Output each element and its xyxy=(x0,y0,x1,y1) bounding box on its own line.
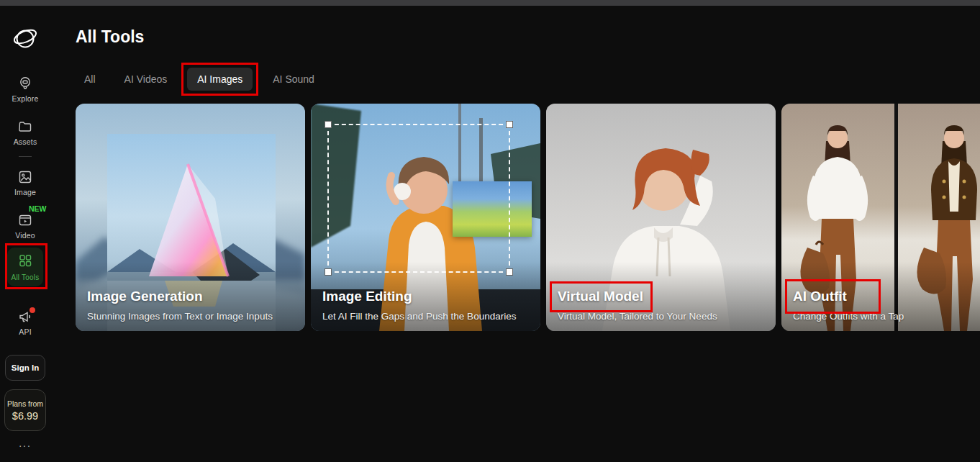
sidebar-item-label: Assets xyxy=(14,137,37,146)
card-caption: Image Generation Stunning Images from Te… xyxy=(87,289,296,322)
sidebar-item-explore[interactable]: Explore xyxy=(0,76,50,103)
plans-from-label: Plans from xyxy=(7,399,43,408)
new-badge: NEW xyxy=(29,204,47,213)
explore-icon xyxy=(18,76,32,91)
sign-in-button[interactable]: Sign In xyxy=(5,355,45,381)
card-title: Image Generation xyxy=(87,289,203,304)
tool-filter-tabs: All AI Videos AI Images AI Sound xyxy=(76,68,323,91)
plans-price: $6.99 xyxy=(12,410,38,422)
selection-marquee[interactable] xyxy=(327,124,510,273)
tab-ai-images[interactable]: AI Images xyxy=(187,68,253,91)
card-subtitle: Stunning Images from Text or Image Input… xyxy=(87,311,296,322)
megaphone-icon xyxy=(18,309,32,324)
sidebar-item-label: Video xyxy=(15,231,35,240)
video-icon xyxy=(18,213,32,227)
selection-handle[interactable] xyxy=(325,268,332,276)
sidebar-item-api[interactable]: API xyxy=(0,309,50,336)
sidebar-item-all-tools[interactable]: All Tools xyxy=(7,248,43,286)
window-top-bar xyxy=(0,0,980,6)
card-virtual-model[interactable]: Virtual Model Virtual Model, Tailored to… xyxy=(546,104,776,331)
tab-ai-videos[interactable]: AI Videos xyxy=(116,68,176,91)
sidebar: Explore Assets Image NEW xyxy=(0,6,50,462)
grid-icon xyxy=(18,253,32,271)
sidebar-item-video[interactable]: NEW Video xyxy=(0,213,50,240)
tab-ai-sound[interactable]: AI Sound xyxy=(264,68,323,91)
sidebar-divider xyxy=(19,156,32,157)
sidebar-item-label: Explore xyxy=(12,94,38,103)
plans-button[interactable]: Plans from $6.99 xyxy=(4,389,46,431)
sidebar-more-button[interactable]: ... xyxy=(0,438,50,449)
selection-handle[interactable] xyxy=(506,268,513,276)
card-image-generation[interactable]: Image Generation Stunning Images from Te… xyxy=(76,104,305,331)
page-title: All Tools xyxy=(76,27,144,47)
sign-in-label: Sign In xyxy=(12,363,39,372)
card-caption: AI Outfit Change Outfits with a Tap xyxy=(793,289,980,322)
card-caption: Image Editing Let AI Fill the Gaps and P… xyxy=(322,289,532,322)
tab-label: AI Images xyxy=(197,73,242,85)
tool-card-grid: Image Generation Stunning Images from Te… xyxy=(76,104,980,331)
sidebar-item-image[interactable]: Image xyxy=(0,170,50,196)
card-subtitle: Change Outfits with a Tap xyxy=(793,311,980,322)
folder-icon xyxy=(18,119,32,134)
tab-all[interactable]: All xyxy=(76,68,104,91)
card-title-text: Virtual Model xyxy=(558,289,643,304)
card-title: AI Outfit xyxy=(793,289,847,304)
logo-icon xyxy=(12,24,39,52)
image-icon xyxy=(18,170,32,184)
notification-dot xyxy=(30,307,35,313)
selection-handle[interactable] xyxy=(506,121,513,128)
sidebar-item-label: Image xyxy=(14,188,36,196)
sidebar-item-assets[interactable]: Assets xyxy=(0,119,50,146)
sidebar-item-label: API xyxy=(19,327,32,336)
card-ai-outfit[interactable]: AI Outfit Change Outfits with a Tap xyxy=(781,104,980,331)
sidebar-item-label: All Tools xyxy=(12,273,40,281)
card-title: Image Editing xyxy=(322,289,412,304)
card-caption: Virtual Model Virtual Model, Tailored to… xyxy=(558,289,767,322)
selection-handle[interactable] xyxy=(325,121,332,128)
app-logo[interactable] xyxy=(12,24,39,52)
card-subtitle: Virtual Model, Tailored to Your Needs xyxy=(558,311,767,322)
card-subtitle: Let AI Fill the Gaps and Push the Bounda… xyxy=(322,311,532,322)
card-title: Virtual Model xyxy=(558,289,643,304)
card-title-text: AI Outfit xyxy=(793,289,847,304)
card-image-editing[interactable]: Image Editing Let AI Fill the Gaps and P… xyxy=(311,104,540,331)
